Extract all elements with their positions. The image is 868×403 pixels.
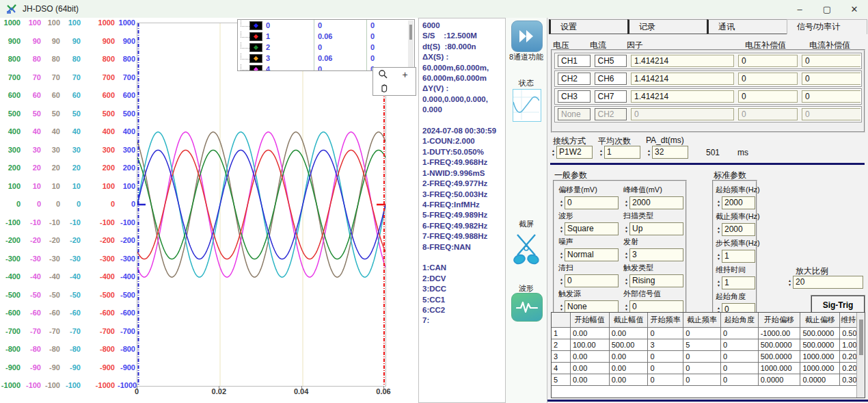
spinner-value[interactable]: Up <box>629 222 683 235</box>
spinner-arrows-icon[interactable]: ▲▼ <box>558 222 565 235</box>
channel-v_comp-field[interactable]: 0 <box>738 55 798 67</box>
sweep-table-row[interactable]: 2100.00500.00350500.0000500.00001.000 <box>552 339 865 351</box>
spinner-arrows-icon[interactable]: ▲▼ <box>598 146 604 159</box>
spinner-arrows-icon[interactable]: ▲▼ <box>646 146 652 159</box>
sweep-table-cell: 0.00 <box>571 328 610 339</box>
channel-current-field[interactable]: CH2 <box>595 108 627 120</box>
general-param-spinner[interactable]: ▲▼2000 <box>623 196 683 209</box>
channel-current-field[interactable]: CH7 <box>595 90 627 103</box>
channel-voltage-field[interactable]: CH3 <box>558 90 591 103</box>
spinner-value[interactable]: 2000 <box>722 223 755 236</box>
channel-factor-field[interactable]: 1.414214 <box>631 73 734 85</box>
sig-trig-button[interactable]: Sig-Trig <box>811 296 865 314</box>
sweep-table-row[interactable]: 10.000.00000-1000.00500.00000.500 <box>552 328 865 339</box>
general-param-spinner[interactable]: ▲▼Rising <box>623 274 683 287</box>
spinner-value[interactable]: 3 <box>629 248 683 261</box>
channel-voltage-field[interactable]: CH1 <box>558 55 591 67</box>
standard-param-spinner[interactable]: ▲▼2000 <box>716 196 755 209</box>
tab-4[interactable]: 信号/功率计 <box>787 19 867 34</box>
status-waveform-button[interactable] <box>513 89 541 122</box>
spinner-arrows-icon[interactable]: ▲▼ <box>623 196 629 209</box>
channel-current-field[interactable]: CH6 <box>595 73 627 85</box>
spinner-arrows-icon[interactable]: ▲▼ <box>558 196 565 209</box>
channel-v_comp-field[interactable]: 0 <box>738 90 798 103</box>
spinner-value[interactable]: Square <box>565 222 619 235</box>
legend-scrollbar[interactable] <box>408 21 413 70</box>
spinner-arrows-icon[interactable]: ▲▼ <box>550 146 556 159</box>
general-param-spinner[interactable]: ▲▼Normal <box>558 248 619 261</box>
channel-current-field[interactable]: CH5 <box>595 55 627 67</box>
spinner-value[interactable]: P1W2 <box>556 146 593 159</box>
standard-param-spinner[interactable]: ▲▼2000 <box>716 223 755 236</box>
channel-i_comp-field[interactable]: 0 <box>802 108 861 120</box>
channel-i_comp-field[interactable]: 0 <box>802 73 861 85</box>
general-param-spinner[interactable]: ▲▼Up <box>623 222 683 235</box>
channel-voltage-field[interactable]: CH2 <box>558 73 591 85</box>
tab-3[interactable]: 通讯 <box>707 19 787 34</box>
acquisition-spinner-2[interactable]: ▲▼1 <box>598 146 640 159</box>
sweep-table-row[interactable]: 50.000.000000.00000.00000.300 <box>552 374 865 386</box>
minimize-button[interactable]: – <box>786 0 813 18</box>
zoom-plus-icon[interactable]: + <box>402 69 407 80</box>
spinner-value[interactable]: 2000 <box>629 196 683 209</box>
close-button[interactable]: ✕ <box>841 0 868 18</box>
plot-area[interactable] <box>137 23 386 387</box>
spinner-arrows-icon[interactable]: ▲▼ <box>623 222 629 235</box>
y-tick-label: -70 <box>62 326 81 336</box>
pan-hand-icon[interactable] <box>379 83 390 94</box>
spinner-arrows-icon[interactable]: ▲▼ <box>623 248 629 261</box>
zoom-magnifier-icon[interactable] <box>377 69 391 80</box>
spinner-value[interactable]: 2000 <box>722 196 755 209</box>
tab-2[interactable]: 记录 <box>627 19 707 34</box>
spinner-arrows-icon[interactable]: ▲▼ <box>558 274 565 287</box>
waveform-generator-button[interactable] <box>511 293 543 322</box>
sweep-table-row[interactable]: 30.000.00000500.00001000.0000.200 <box>552 351 865 363</box>
channel-v_comp-field[interactable]: 0 <box>738 73 798 85</box>
spinner-arrows-icon[interactable]: ▲▼ <box>716 250 722 263</box>
channel-i_comp-field[interactable]: 0 <box>802 55 861 67</box>
screenshot-scissors-button[interactable] <box>512 229 541 268</box>
spinner-value[interactable]: 0 <box>565 274 619 287</box>
spinner-value[interactable]: 0 <box>565 196 619 209</box>
tab-1[interactable]: 设置 <box>549 19 627 34</box>
spinner-arrows-icon[interactable]: ▲▼ <box>716 276 722 289</box>
y-tick-label: -90 <box>42 363 60 372</box>
spinner-arrows-icon[interactable]: ▲▼ <box>558 248 565 261</box>
spinner-value[interactable]: 1 <box>604 146 640 159</box>
y-tick-label: 700 <box>0 73 21 82</box>
channel-legend[interactable]: 00010.06020030.060400 <box>237 19 415 71</box>
standard-param-spinner[interactable]: ▲▼1 <box>716 250 755 263</box>
channel-i_comp-field[interactable]: 0 <box>802 90 861 103</box>
spinner-arrows-icon[interactable]: ▲▼ <box>716 223 722 236</box>
spinner-value[interactable]: 32 <box>652 146 688 159</box>
general-param-spinner[interactable]: ▲▼Square <box>558 222 619 235</box>
channel-voltage-field[interactable]: None <box>558 108 591 120</box>
spinner-arrows-icon[interactable]: ▲▼ <box>787 276 793 289</box>
acquisition-spinner-1[interactable]: ▲▼P1W2 <box>550 146 593 159</box>
standard-param-spinner[interactable]: ▲▼1 <box>716 276 755 289</box>
spinner-value[interactable]: Rising <box>629 274 683 287</box>
spinner-value[interactable]: Normal <box>565 248 619 261</box>
spinner-arrows-icon[interactable]: ▲▼ <box>623 274 629 287</box>
spinner-value[interactable]: 1 <box>722 276 755 289</box>
spinner-value[interactable]: 20 <box>793 276 863 289</box>
channel-v_comp-field[interactable]: 0 <box>738 108 798 120</box>
general-param-spinner[interactable]: ▲▼0 <box>558 274 619 287</box>
legend-row[interactable]: 000 <box>238 20 414 31</box>
legend-row[interactable]: 30.060 <box>238 53 414 64</box>
eight-channel-function-button[interactable] <box>511 21 543 52</box>
spinner-value[interactable]: 1 <box>722 250 755 263</box>
maximize-button[interactable]: ▢ <box>813 0 841 18</box>
legend-row[interactable]: 200 <box>238 42 414 53</box>
sweep-table-row[interactable]: 40.000.000001000.0001000.0000.200 <box>552 363 865 374</box>
sweep-table-scrollbar[interactable] <box>856 313 865 398</box>
general-param-spinner[interactable]: ▲▼3 <box>623 248 683 261</box>
legend-row[interactable]: 10.060 <box>238 31 414 42</box>
channel-factor-field[interactable]: 0 <box>631 108 734 120</box>
acquisition-spinner-3[interactable]: ▲▼32 <box>646 146 688 159</box>
spinner-arrows-icon[interactable]: ▲▼ <box>716 196 722 209</box>
channel-factor-field[interactable]: 1.414214 <box>631 55 734 67</box>
channel-factor-field[interactable]: 1.414214 <box>631 90 734 103</box>
zoom-ratio-spinner[interactable]: ▲▼20 <box>787 276 863 289</box>
general-param-spinner[interactable]: ▲▼0 <box>558 196 619 209</box>
